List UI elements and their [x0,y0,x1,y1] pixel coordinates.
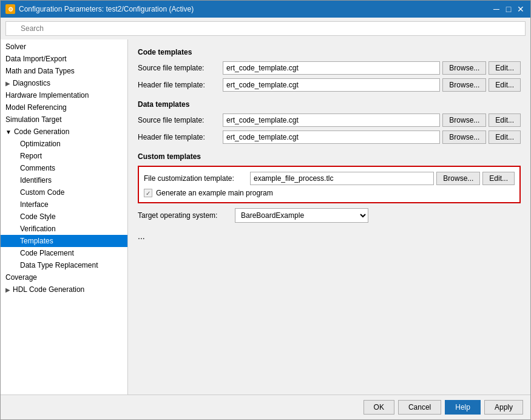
close-button[interactable]: ✕ [516,4,526,14]
file-custom-row: File customization template: Browse... E… [144,172,515,185]
sidebar-item-verification[interactable]: Verification [1,223,127,235]
minimize-button[interactable]: ─ [492,4,501,14]
ok-button[interactable]: OK [364,400,394,415]
code-templates-title: Code templates [138,48,521,56]
target-os-select[interactable]: BareBoardExample VxWorksExample None [235,208,368,223]
target-os-row: Target operating system: BareBoardExampl… [138,208,521,223]
sidebar-item-code-style[interactable]: Code Style [1,211,127,223]
sidebar-item-hdl-code-generation[interactable]: ▶HDL Code Generation [1,283,127,296]
code-header-input[interactable] [223,78,440,92]
file-custom-edit-button[interactable]: Edit... [482,172,515,185]
app-icon: ⚙ [5,4,15,14]
sidebar-item-diagnostics[interactable]: ▶Diagnostics [1,77,127,89]
sidebar-item-hardware-implementation[interactable]: Hardware Implementation [1,89,127,101]
sidebar: Solver Data Import/Export Math and Data … [1,39,128,395]
arrow-down-icon: ▼ [5,129,12,135]
custom-templates-title: Custom templates [138,152,521,161]
data-source-edit-button[interactable]: Edit... [489,113,521,127]
data-source-label: Source file template: [138,116,223,124]
help-button[interactable]: Help [445,400,481,415]
window-controls: ─ □ ✕ [492,4,526,14]
data-templates-section: Data templates Source file template: Bro… [138,100,521,144]
code-header-label: Header file template: [138,81,223,89]
generate-example-row: ✓ Generate an example main program [144,189,515,197]
code-source-row: Source file template: Browse... Edit... [138,61,521,75]
code-header-edit-button[interactable]: Edit... [489,78,521,92]
arrow-icon-hdl: ▶ [5,286,10,293]
sidebar-item-report[interactable]: Report [1,150,127,162]
generate-example-checkbox[interactable]: ✓ [144,189,152,197]
apply-button[interactable]: Apply [484,400,523,415]
search-input[interactable] [5,21,526,36]
data-header-label: Header file template: [138,133,223,141]
arrow-icon: ▶ [5,80,10,87]
sidebar-item-templates[interactable]: Templates [1,235,127,247]
sidebar-item-identifiers[interactable]: Identifiers [1,174,127,186]
main-content: Solver Data Import/Export Math and Data … [1,39,530,395]
sidebar-item-data-type-replacement[interactable]: Data Type Replacement [1,259,127,271]
file-custom-browse-button[interactable]: Browse... [436,172,480,185]
sidebar-item-simulation-target[interactable]: Simulation Target [1,113,127,126]
file-custom-input[interactable] [250,172,434,185]
code-source-input[interactable] [223,61,440,75]
code-header-row: Header file template: Browse... Edit... [138,78,521,92]
sidebar-item-code-generation[interactable]: ▼Code Generation [1,126,127,138]
sidebar-item-data-import-export[interactable]: Data Import/Export [1,53,127,65]
title-bar: ⚙ Configuration Parameters: test2/Config… [1,1,530,18]
cancel-button[interactable]: Cancel [398,400,441,415]
target-os-label: Target operating system: [138,211,235,220]
sidebar-item-math-and-data-types[interactable]: Math and Data Types [1,65,127,77]
sidebar-item-optimization[interactable]: Optimization [1,138,127,150]
code-source-edit-button[interactable]: Edit... [489,61,521,75]
checkmark-icon: ✓ [146,190,151,197]
target-os-select-wrapper: BareBoardExample VxWorksExample None [235,208,368,223]
generate-example-label: Generate an example main program [156,189,273,197]
sidebar-item-model-referencing[interactable]: Model Referencing [1,101,127,113]
data-source-input[interactable] [223,113,440,127]
code-source-browse-button[interactable]: Browse... [442,61,486,75]
sidebar-item-interface[interactable]: Interface [1,198,127,211]
search-wrapper: 🔍 [5,21,526,36]
sidebar-item-coverage[interactable]: Coverage [1,271,127,283]
sidebar-item-solver[interactable]: Solver [1,41,127,53]
data-header-row: Header file template: Browse... Edit... [138,130,521,144]
window-title: Configuration Parameters: test2/Configur… [19,5,492,13]
sidebar-item-comments[interactable]: Comments [1,162,127,174]
code-source-label: Source file template: [138,64,223,72]
sidebar-item-code-placement[interactable]: Code Placement [1,247,127,259]
data-header-browse-button[interactable]: Browse... [442,130,486,144]
file-custom-label: File customization template: [144,174,250,183]
main-window: ⚙ Configuration Parameters: test2/Config… [0,0,531,420]
content-area: Code templates Source file template: Bro… [128,39,530,395]
code-header-browse-button[interactable]: Browse... [442,78,486,92]
footer: OK Cancel Help Apply [1,395,530,419]
code-templates-section: Code templates Source file template: Bro… [138,48,521,92]
data-source-row: Source file template: Browse... Edit... [138,113,521,127]
data-source-browse-button[interactable]: Browse... [442,113,486,127]
custom-templates-section: Custom templates File customization temp… [138,152,521,223]
custom-templates-box: File customization template: Browse... E… [138,166,521,203]
search-bar: 🔍 [1,18,530,39]
data-templates-title: Data templates [138,100,521,109]
maximize-button[interactable]: □ [504,4,513,14]
sidebar-item-custom-code[interactable]: Custom Code [1,186,127,198]
data-header-edit-button[interactable]: Edit... [489,130,521,144]
data-header-input[interactable] [223,130,440,144]
ellipsis-indicator: ... [138,231,521,241]
